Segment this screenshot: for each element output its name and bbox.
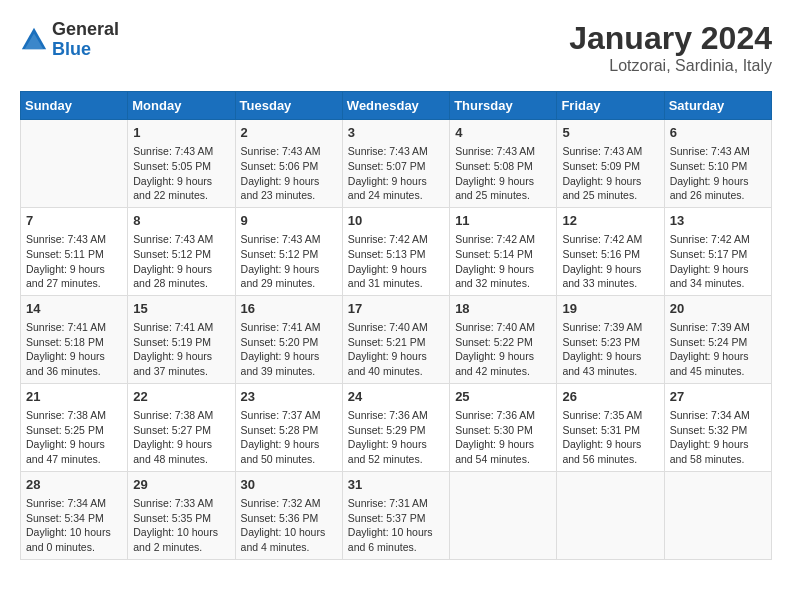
location-subtitle: Lotzorai, Sardinia, Italy [569,57,772,75]
day-number: 16 [241,300,337,318]
day-number: 20 [670,300,766,318]
day-info: Sunrise: 7:42 AMSunset: 5:16 PMDaylight:… [562,232,658,291]
day-number: 24 [348,388,444,406]
day-number: 30 [241,476,337,494]
day-info: Sunrise: 7:43 AMSunset: 5:12 PMDaylight:… [241,232,337,291]
day-info: Sunrise: 7:32 AMSunset: 5:36 PMDaylight:… [241,496,337,555]
weekday-header-tuesday: Tuesday [235,92,342,120]
day-number: 29 [133,476,229,494]
day-info: Sunrise: 7:43 AMSunset: 5:11 PMDaylight:… [26,232,122,291]
day-info: Sunrise: 7:37 AMSunset: 5:28 PMDaylight:… [241,408,337,467]
calendar-cell: 16Sunrise: 7:41 AMSunset: 5:20 PMDayligh… [235,295,342,383]
calendar-cell: 13Sunrise: 7:42 AMSunset: 5:17 PMDayligh… [664,207,771,295]
calendar-cell: 11Sunrise: 7:42 AMSunset: 5:14 PMDayligh… [450,207,557,295]
day-info: Sunrise: 7:39 AMSunset: 5:24 PMDaylight:… [670,320,766,379]
day-number: 19 [562,300,658,318]
calendar-week-row: 14Sunrise: 7:41 AMSunset: 5:18 PMDayligh… [21,295,772,383]
calendar-week-row: 28Sunrise: 7:34 AMSunset: 5:34 PMDayligh… [21,471,772,559]
day-info: Sunrise: 7:43 AMSunset: 5:09 PMDaylight:… [562,144,658,203]
day-info: Sunrise: 7:43 AMSunset: 5:08 PMDaylight:… [455,144,551,203]
day-number: 12 [562,212,658,230]
calendar-cell [557,471,664,559]
day-number: 28 [26,476,122,494]
day-info: Sunrise: 7:36 AMSunset: 5:30 PMDaylight:… [455,408,551,467]
day-number: 3 [348,124,444,142]
logo-icon [20,26,48,54]
day-info: Sunrise: 7:34 AMSunset: 5:32 PMDaylight:… [670,408,766,467]
calendar-cell: 31Sunrise: 7:31 AMSunset: 5:37 PMDayligh… [342,471,449,559]
day-number: 9 [241,212,337,230]
page-header: General Blue January 2024 Lotzorai, Sard… [20,20,772,75]
calendar-cell: 3Sunrise: 7:43 AMSunset: 5:07 PMDaylight… [342,120,449,208]
day-number: 22 [133,388,229,406]
weekday-header-row: SundayMondayTuesdayWednesdayThursdayFrid… [21,92,772,120]
weekday-header-sunday: Sunday [21,92,128,120]
calendar-cell [664,471,771,559]
day-info: Sunrise: 7:43 AMSunset: 5:10 PMDaylight:… [670,144,766,203]
day-number: 6 [670,124,766,142]
calendar-cell: 22Sunrise: 7:38 AMSunset: 5:27 PMDayligh… [128,383,235,471]
day-info: Sunrise: 7:42 AMSunset: 5:14 PMDaylight:… [455,232,551,291]
calendar-week-row: 21Sunrise: 7:38 AMSunset: 5:25 PMDayligh… [21,383,772,471]
day-number: 2 [241,124,337,142]
calendar-cell: 1Sunrise: 7:43 AMSunset: 5:05 PMDaylight… [128,120,235,208]
calendar-cell: 4Sunrise: 7:43 AMSunset: 5:08 PMDaylight… [450,120,557,208]
day-number: 10 [348,212,444,230]
calendar-body: 1Sunrise: 7:43 AMSunset: 5:05 PMDaylight… [21,120,772,560]
day-number: 13 [670,212,766,230]
day-info: Sunrise: 7:34 AMSunset: 5:34 PMDaylight:… [26,496,122,555]
calendar-cell: 20Sunrise: 7:39 AMSunset: 5:24 PMDayligh… [664,295,771,383]
weekday-header-saturday: Saturday [664,92,771,120]
day-info: Sunrise: 7:43 AMSunset: 5:12 PMDaylight:… [133,232,229,291]
calendar-cell: 10Sunrise: 7:42 AMSunset: 5:13 PMDayligh… [342,207,449,295]
calendar-cell: 5Sunrise: 7:43 AMSunset: 5:09 PMDaylight… [557,120,664,208]
calendar-cell: 14Sunrise: 7:41 AMSunset: 5:18 PMDayligh… [21,295,128,383]
calendar-cell: 28Sunrise: 7:34 AMSunset: 5:34 PMDayligh… [21,471,128,559]
calendar-cell: 7Sunrise: 7:43 AMSunset: 5:11 PMDaylight… [21,207,128,295]
calendar-cell: 18Sunrise: 7:40 AMSunset: 5:22 PMDayligh… [450,295,557,383]
calendar-cell: 27Sunrise: 7:34 AMSunset: 5:32 PMDayligh… [664,383,771,471]
day-number: 8 [133,212,229,230]
calendar-cell: 23Sunrise: 7:37 AMSunset: 5:28 PMDayligh… [235,383,342,471]
calendar-cell: 2Sunrise: 7:43 AMSunset: 5:06 PMDaylight… [235,120,342,208]
day-number: 17 [348,300,444,318]
calendar-cell: 21Sunrise: 7:38 AMSunset: 5:25 PMDayligh… [21,383,128,471]
weekday-header-monday: Monday [128,92,235,120]
logo-blue: Blue [52,40,119,60]
day-info: Sunrise: 7:35 AMSunset: 5:31 PMDaylight:… [562,408,658,467]
day-info: Sunrise: 7:38 AMSunset: 5:27 PMDaylight:… [133,408,229,467]
calendar-cell: 25Sunrise: 7:36 AMSunset: 5:30 PMDayligh… [450,383,557,471]
logo: General Blue [20,20,119,60]
day-info: Sunrise: 7:40 AMSunset: 5:22 PMDaylight:… [455,320,551,379]
day-number: 18 [455,300,551,318]
calendar-cell: 12Sunrise: 7:42 AMSunset: 5:16 PMDayligh… [557,207,664,295]
calendar-header: SundayMondayTuesdayWednesdayThursdayFrid… [21,92,772,120]
day-info: Sunrise: 7:33 AMSunset: 5:35 PMDaylight:… [133,496,229,555]
calendar-cell: 17Sunrise: 7:40 AMSunset: 5:21 PMDayligh… [342,295,449,383]
weekday-header-wednesday: Wednesday [342,92,449,120]
day-number: 14 [26,300,122,318]
day-info: Sunrise: 7:43 AMSunset: 5:05 PMDaylight:… [133,144,229,203]
day-info: Sunrise: 7:43 AMSunset: 5:07 PMDaylight:… [348,144,444,203]
calendar-cell: 8Sunrise: 7:43 AMSunset: 5:12 PMDaylight… [128,207,235,295]
calendar-cell: 24Sunrise: 7:36 AMSunset: 5:29 PMDayligh… [342,383,449,471]
day-info: Sunrise: 7:36 AMSunset: 5:29 PMDaylight:… [348,408,444,467]
day-number: 4 [455,124,551,142]
day-number: 15 [133,300,229,318]
day-info: Sunrise: 7:42 AMSunset: 5:17 PMDaylight:… [670,232,766,291]
calendar-cell: 29Sunrise: 7:33 AMSunset: 5:35 PMDayligh… [128,471,235,559]
day-info: Sunrise: 7:31 AMSunset: 5:37 PMDaylight:… [348,496,444,555]
day-number: 25 [455,388,551,406]
calendar-table: SundayMondayTuesdayWednesdayThursdayFrid… [20,91,772,560]
day-info: Sunrise: 7:42 AMSunset: 5:13 PMDaylight:… [348,232,444,291]
day-number: 21 [26,388,122,406]
logo-text: General Blue [52,20,119,60]
day-number: 31 [348,476,444,494]
weekday-header-thursday: Thursday [450,92,557,120]
calendar-cell: 9Sunrise: 7:43 AMSunset: 5:12 PMDaylight… [235,207,342,295]
day-info: Sunrise: 7:43 AMSunset: 5:06 PMDaylight:… [241,144,337,203]
day-info: Sunrise: 7:39 AMSunset: 5:23 PMDaylight:… [562,320,658,379]
day-number: 11 [455,212,551,230]
month-title: January 2024 [569,20,772,57]
calendar-cell: 6Sunrise: 7:43 AMSunset: 5:10 PMDaylight… [664,120,771,208]
